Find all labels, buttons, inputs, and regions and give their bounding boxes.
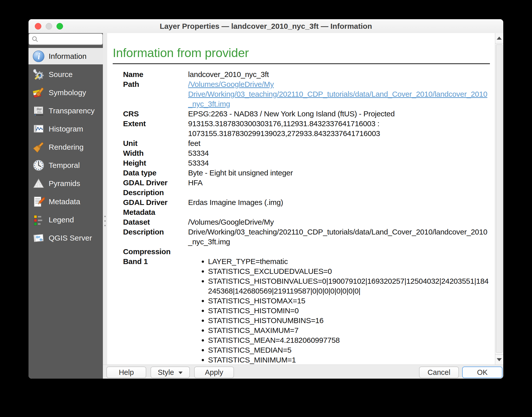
info-value: feet (188, 138, 490, 148)
layer-properties-window: Layer Properties — landcover_2010_nyc_3f… (28, 19, 503, 379)
info-value: Byte - Eight bit unsigned integer (188, 168, 490, 178)
sidebar: iInformationSourceSymbologyTransparencyH… (28, 33, 103, 379)
info-value: /Volumes/GoogleDrive/My Drive/Working/03… (188, 217, 490, 247)
info-value: landcover_2010_nyc_3ft (188, 69, 490, 79)
info-value: HFA (188, 178, 490, 197)
info-label: Data type (123, 168, 188, 178)
pyramids-icon (32, 177, 45, 190)
info-value: Erdas Imagine Images (.img) (188, 197, 490, 217)
band-metadata-item: STATISTICS_MAXIMUM=7 (208, 325, 490, 335)
sidebar-item-symbology[interactable]: Symbology (28, 84, 103, 101)
info-label: CRS (123, 109, 188, 119)
info-value: 53334 (188, 158, 490, 168)
sidebar-item-label: Source (49, 70, 73, 79)
sidebar-splitter[interactable] (103, 33, 107, 365)
info-value: /Volumes/GoogleDrive/My Drive/Working/03… (188, 79, 490, 109)
ok-button[interactable]: OK (462, 367, 503, 378)
dialog-button-bar: Help Style Apply Cancel OK (103, 364, 503, 379)
style-button-label: Style (158, 368, 174, 377)
search-icon (32, 36, 39, 43)
info-value: 913153.3187830300303176,112931.843233764… (188, 119, 490, 138)
scroll-down-arrow[interactable] (495, 354, 503, 365)
path-link[interactable]: /Volumes/GoogleDrive/My Drive/Working/03… (188, 80, 487, 108)
info-label: Compression (123, 247, 188, 256)
sidebar-item-label: QGIS Server (49, 234, 92, 242)
sidebar-item-histogram[interactable]: Histogram (28, 121, 103, 137)
apply-button[interactable]: Apply (194, 367, 234, 378)
info-label: Path (123, 79, 188, 109)
sidebar-item-label: Information (49, 52, 86, 61)
histogram-icon (32, 122, 45, 136)
scroll-up-arrow[interactable] (495, 33, 503, 43)
titlebar: Layer Properties — landcover_2010_nyc_3f… (28, 19, 503, 33)
panel-heading: Information from provider (113, 46, 490, 60)
band-metadata-list: LAYER_TYPE=thematicSTATISTICS_EXCLUDEDVA… (188, 256, 490, 365)
provider-info-table: Namelandcover_2010_nyc_3ftPath/Volumes/G… (123, 69, 490, 365)
band-metadata-item: STATISTICS_HISTONUMBINS=16 (208, 316, 490, 325)
band-metadata-item: LAYER_TYPE=thematic (208, 256, 490, 266)
band-metadata-item: STATISTICS_MINIMUM=1 (208, 355, 490, 365)
info-label: Dataset Description (123, 217, 188, 247)
info-value: 53334 (188, 148, 490, 158)
info-value (188, 247, 490, 256)
sidebar-search[interactable] (28, 33, 103, 45)
sidebar-item-transparency[interactable]: Transparency (28, 102, 103, 119)
temporal-icon (32, 159, 45, 172)
scrollbar-thumb[interactable] (496, 44, 503, 353)
info-value: LAYER_TYPE=thematicSTATISTICS_EXCLUDEDVA… (188, 256, 490, 365)
heading-divider (113, 63, 490, 64)
help-button[interactable]: Help (106, 367, 146, 378)
info-value: EPSG:2263 - NAD83 / New York Long Island… (188, 109, 490, 119)
sidebar-item-pyramids[interactable]: Pyramids (28, 175, 103, 192)
info-label: GDAL Driver Metadata (123, 197, 188, 217)
window-title: Layer Properties — landcover_2010_nyc_3f… (28, 19, 503, 33)
qgis-server-icon (32, 231, 45, 245)
metadata-icon (32, 195, 45, 208)
sidebar-item-temporal[interactable]: Temporal (28, 157, 103, 173)
sidebar-item-rendering[interactable]: Rendering (28, 139, 103, 155)
info-label: Name (123, 69, 188, 79)
band-metadata-item: STATISTICS_MEAN=4.2182060997758 (208, 335, 490, 345)
chevron-down-icon (179, 372, 183, 374)
rendering-icon (32, 141, 45, 154)
sidebar-item-information[interactable]: iInformation (28, 48, 103, 64)
info-label: GDAL Driver Description (123, 178, 188, 197)
information-panel: Information from provider Namelandcover_… (107, 33, 495, 365)
sidebar-item-label: Symbology (49, 88, 86, 97)
style-dropdown-button[interactable]: Style (151, 367, 190, 378)
screen-background: Layer Properties — landcover_2010_nyc_3f… (0, 0, 532, 417)
info-label: Unit (123, 138, 188, 148)
info-label: Width (123, 148, 188, 158)
sidebar-item-label: Temporal (49, 161, 80, 170)
content-scrollbar[interactable] (495, 33, 503, 365)
sidebar-item-legend[interactable]: Legend (28, 212, 103, 228)
info-label: Height (123, 158, 188, 168)
info-label: Band 1 (123, 256, 188, 365)
sidebar-item-metadata[interactable]: Metadata (28, 193, 103, 210)
band-metadata-item: STATISTICS_MEDIAN=5 (208, 345, 490, 355)
transparency-icon (32, 104, 45, 117)
information-icon: i (32, 50, 45, 63)
sidebar-item-qgis-server[interactable]: QGIS Server (28, 230, 103, 246)
sidebar-search-input[interactable] (40, 35, 102, 43)
cancel-button[interactable]: Cancel (419, 367, 459, 378)
sidebar-item-label: Transparency (49, 107, 95, 115)
sidebar-item-label: Rendering (49, 143, 83, 151)
band-metadata-item: STATISTICS_HISTOMIN=0 (208, 306, 490, 316)
sidebar-item-label: Legend (49, 216, 74, 224)
legend-icon (32, 213, 45, 226)
sidebar-item-source[interactable]: Source (28, 66, 103, 83)
band-metadata-item: STATISTICS_HISTOBINVALUES=0|190079102|16… (208, 276, 490, 296)
symbology-icon (32, 86, 45, 99)
svg-text:i: i (38, 52, 40, 61)
sidebar-item-label: Metadata (49, 197, 80, 206)
sidebar-item-label: Histogram (49, 125, 83, 133)
info-label: Extent (123, 119, 188, 138)
band-metadata-item: STATISTICS_HISTOMAX=15 (208, 296, 490, 306)
source-icon (32, 68, 45, 81)
band-metadata-item: STATISTICS_EXCLUDEDVALUES=0 (208, 266, 490, 276)
sidebar-nav: iInformationSourceSymbologyTransparencyH… (28, 48, 103, 248)
sidebar-item-label: Pyramids (49, 179, 80, 188)
